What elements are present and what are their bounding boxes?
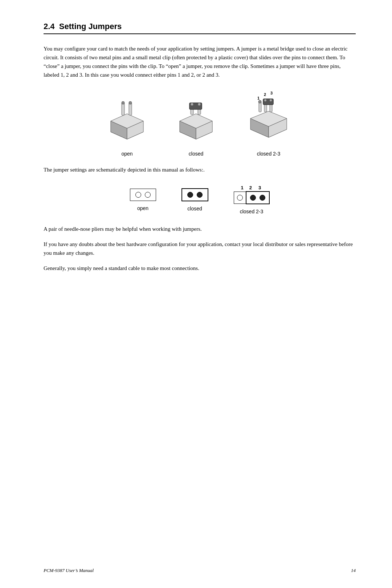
svg-point-30 <box>270 99 272 102</box>
svg-point-7 <box>129 101 132 104</box>
svg-point-15 <box>191 103 193 106</box>
schematic-closed-box <box>181 188 208 201</box>
paragraph-1: You may configure your card to match the… <box>44 44 356 79</box>
paragraph-4: If you have any doubts about the best ha… <box>44 240 356 257</box>
svg-text:1: 1 <box>257 96 260 100</box>
footer: PCM-9387 User’s Manual 14 <box>0 568 392 573</box>
svg-text:2: 2 <box>264 92 266 97</box>
svg-rect-4 <box>122 103 124 115</box>
section-number: 2.4 <box>44 22 55 31</box>
3d-closed: closed <box>172 96 220 157</box>
footer-right: 14 <box>351 568 356 573</box>
schematic-23-container: 1 2 3 <box>234 185 270 204</box>
closed-23-label: closed 2-3 <box>257 151 281 157</box>
open-jumper-svg <box>103 96 151 146</box>
svg-point-28 <box>258 100 261 103</box>
pin-number-labels: 1 2 3 <box>241 185 261 190</box>
schematic-diagrams-row: open closed 1 2 3 <box>44 185 356 214</box>
svg-rect-5 <box>129 103 132 115</box>
section-name: Setting Jumpers <box>59 22 122 31</box>
pin-closed-2 <box>197 192 203 198</box>
pin-23-closed-2 <box>260 195 265 201</box>
pin-num-1: 1 <box>241 185 244 190</box>
paragraph-3: A pair of needle-nose pliers may be help… <box>44 225 356 233</box>
schematic-closed: closed <box>181 188 208 212</box>
3d-diagrams-row: open closed <box>44 90 356 157</box>
pin-num-2: 2 <box>249 185 252 190</box>
svg-point-29 <box>264 99 267 102</box>
schematic-open-box <box>130 189 156 201</box>
closed-23-jumper-svg: 2 3 1 <box>241 90 296 146</box>
section-title: 2.4 Setting Jumpers <box>44 22 356 34</box>
paragraph-2: The jumper settings are schematically de… <box>44 165 356 174</box>
schematic-closed-23-label: closed 2-3 <box>240 209 264 214</box>
svg-point-16 <box>198 103 201 106</box>
schematic-open-label: open <box>137 205 148 211</box>
pin-closed-1 <box>187 192 193 198</box>
page: 2.4 Setting Jumpers You may configure yo… <box>0 0 392 588</box>
partial-left-box <box>234 192 246 204</box>
svg-text:3: 3 <box>270 91 273 95</box>
partial-right-box <box>246 191 270 204</box>
pin-open-2 <box>145 192 151 198</box>
schematic-open: open <box>130 189 156 211</box>
closed-label: closed <box>189 151 203 157</box>
pin-23-open <box>237 195 243 201</box>
3d-closed-23: 2 3 1 closed 2-3 <box>241 90 296 157</box>
schematic-23-pins-row <box>234 191 270 204</box>
paragraph-5: Generally, you simply need a standard ca… <box>44 264 356 273</box>
pin-23-closed-1 <box>250 195 256 201</box>
3d-open: open <box>103 96 151 157</box>
footer-left: PCM-9387 User’s Manual <box>44 568 94 573</box>
schematic-closed-23: 1 2 3 closed 2-3 <box>234 185 270 214</box>
open-label: open <box>121 151 132 157</box>
pin-open-1 <box>135 192 141 198</box>
svg-point-6 <box>122 101 124 104</box>
closed-jumper-svg <box>172 96 220 146</box>
pin-num-3: 3 <box>258 185 261 190</box>
schematic-closed-label: closed <box>187 206 202 212</box>
